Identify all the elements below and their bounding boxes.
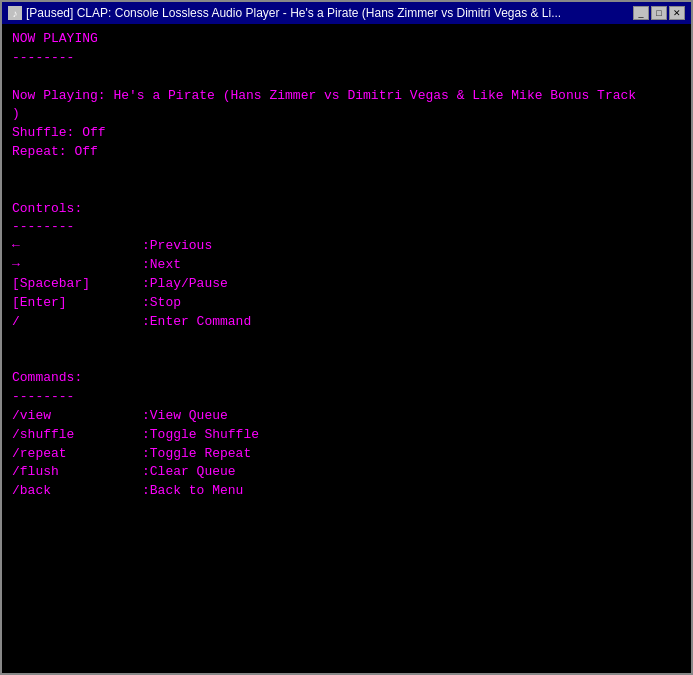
- divider-2: --------: [12, 218, 681, 237]
- control-row-enter: [Enter] :Stop: [12, 294, 681, 313]
- command-row-shuffle: /shuffle :Toggle Shuffle: [12, 426, 681, 445]
- close-button[interactable]: ✕: [669, 6, 685, 20]
- control-key-slash: /: [12, 313, 142, 332]
- control-action-slash: :Enter Command: [142, 313, 251, 332]
- shuffle-status: Shuffle: Off: [12, 124, 681, 143]
- control-row-spacebar: [Spacebar] :Play/Pause: [12, 275, 681, 294]
- command-key-repeat: /repeat: [12, 445, 142, 464]
- command-key-view: /view: [12, 407, 142, 426]
- command-row-back: /back :Back to Menu: [12, 482, 681, 501]
- title-bar: ♪ [Paused] CLAP: Console Lossless Audio …: [2, 2, 691, 24]
- command-key-back: /back: [12, 482, 142, 501]
- title-buttons: _ □ ✕: [633, 6, 685, 20]
- command-row-repeat: /repeat :Toggle Repeat: [12, 445, 681, 464]
- app-icon: ♪: [8, 6, 22, 20]
- main-window: ♪ [Paused] CLAP: Console Lossless Audio …: [0, 0, 693, 675]
- command-action-flush: :Clear Queue: [142, 463, 236, 482]
- command-key-shuffle: /shuffle: [12, 426, 142, 445]
- empty-line-3: [12, 181, 681, 200]
- control-row-slash: / :Enter Command: [12, 313, 681, 332]
- now-playing-heading: NOW PLAYING: [12, 30, 681, 49]
- control-action-prev: :Previous: [142, 237, 212, 256]
- empty-line-2: [12, 162, 681, 181]
- control-action-spacebar: :Play/Pause: [142, 275, 228, 294]
- command-key-flush: /flush: [12, 463, 142, 482]
- control-action-next: :Next: [142, 256, 181, 275]
- command-action-back: :Back to Menu: [142, 482, 243, 501]
- control-action-enter: :Stop: [142, 294, 181, 313]
- control-key-spacebar: [Spacebar]: [12, 275, 142, 294]
- window-title: [Paused] CLAP: Console Lossless Audio Pl…: [26, 6, 561, 20]
- control-key-next: →: [12, 256, 142, 275]
- divider-3: --------: [12, 388, 681, 407]
- controls-heading: Controls:: [12, 200, 681, 219]
- empty-line-4: [12, 332, 681, 351]
- control-key-enter: [Enter]: [12, 294, 142, 313]
- empty-line-5: [12, 350, 681, 369]
- empty-line-1: [12, 68, 681, 87]
- maximize-button[interactable]: □: [651, 6, 667, 20]
- command-row-view: /view :View Queue: [12, 407, 681, 426]
- command-row-flush: /flush :Clear Queue: [12, 463, 681, 482]
- control-key-prev: ←: [12, 237, 142, 256]
- minimize-button[interactable]: _: [633, 6, 649, 20]
- control-row-next: → :Next: [12, 256, 681, 275]
- now-playing-text-2: ): [12, 105, 681, 124]
- divider-1: --------: [12, 49, 681, 68]
- title-bar-left: ♪ [Paused] CLAP: Console Lossless Audio …: [8, 6, 561, 20]
- control-row-prev: ← :Previous: [12, 237, 681, 256]
- command-action-view: :View Queue: [142, 407, 228, 426]
- command-action-shuffle: :Toggle Shuffle: [142, 426, 259, 445]
- commands-heading: Commands:: [12, 369, 681, 388]
- now-playing-text: Now Playing: He's a Pirate (Hans Zimmer …: [12, 87, 681, 106]
- console-area: NOW PLAYING -------- Now Playing: He's a…: [2, 24, 691, 673]
- command-action-repeat: :Toggle Repeat: [142, 445, 251, 464]
- repeat-status: Repeat: Off: [12, 143, 681, 162]
